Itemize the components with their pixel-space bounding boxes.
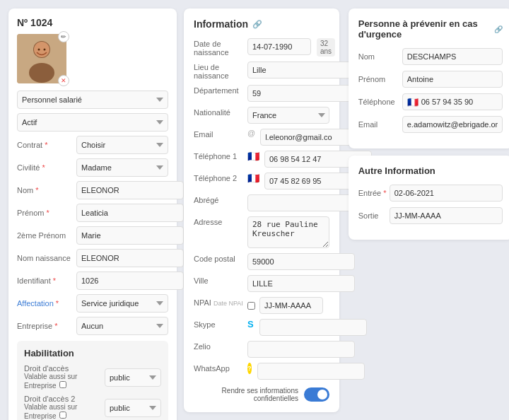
departement-label: Département	[194, 85, 245, 95]
identifiant-label: Identifiant	[17, 276, 74, 285]
affectation-row: Affectation Service juridique	[17, 294, 168, 313]
adresse-textarea[interactable]: 28 rue Pauline Kreuscher	[247, 216, 329, 248]
urgence-email-row: Email e.adamowitz@ebrigade.or	[358, 116, 503, 133]
skype-label: Skype	[194, 319, 245, 329]
entreprise-select[interactable]: Aucun	[76, 317, 168, 335]
urgence-phone-flag: 🇫🇷	[407, 97, 419, 107]
droit1-select[interactable]: public	[105, 368, 161, 387]
civilite-label: Civilité	[17, 163, 74, 172]
civilite-select[interactable]: Madame	[76, 158, 168, 177]
npai-checkbox[interactable]	[247, 302, 255, 310]
urgence-link-icon: 🔗	[494, 25, 503, 33]
npai-row: NPAI Date NPAI	[194, 297, 329, 314]
deuxieme-prenom-input[interactable]	[76, 226, 184, 245]
npai-label: NPAI Date NPAI	[194, 297, 245, 307]
civilite-row: Civilité Madame	[17, 158, 168, 177]
droit1-sub: Valable aussi sur Entreprise	[24, 373, 102, 390]
droit2-label: Droit d'accès 2	[24, 395, 102, 403]
age-badge: 32 ans	[317, 38, 335, 57]
confidential-label: Rendre ses informations confidentielles	[194, 387, 298, 402]
nationalite-row: Nationalité France	[194, 107, 329, 124]
urgence-email-value: e.adamowitz@ebrigade.or	[402, 116, 503, 133]
contrat-select[interactable]: Choisir	[76, 136, 168, 154]
droit1-checkbox[interactable]	[59, 381, 66, 388]
urgence-prenom-row: Prénom Antoine	[358, 71, 503, 88]
entree-row: Entrée	[358, 185, 503, 202]
departement-input[interactable]	[247, 85, 355, 102]
avatar-delete-button[interactable]: ✕	[58, 75, 69, 86]
skype-icon: S	[247, 319, 254, 329]
autre-info-title: Autre Information	[358, 165, 503, 176]
code-postal-row: Code postal	[194, 253, 329, 270]
prenom-label: Prénom	[17, 209, 74, 217]
habilitation-section: Habilitation Droit d'accès Valable aussi…	[17, 341, 168, 420]
date-naissance-label: Date de naissance	[194, 38, 245, 57]
urgence-telephone-label: Téléphone	[358, 98, 399, 106]
code-postal-label: Code postal	[194, 253, 245, 263]
actif-select[interactable]: Actif	[17, 113, 168, 132]
whatsapp-label: WhatsApp	[194, 363, 245, 373]
information-link-icon: 🔗	[252, 20, 262, 29]
deuxieme-prenom-label: 2ème Prénom	[17, 231, 74, 240]
zelio-input[interactable]	[247, 341, 355, 358]
urgence-prenom-label: Prénom	[358, 75, 399, 83]
droit2-row: Droit d'accès 2 Valable aussi sur Entrep…	[24, 395, 161, 420]
npai-date-input[interactable]	[259, 297, 323, 314]
entreprise-row: Entreprise Aucun	[17, 317, 168, 335]
telephone2-row: Téléphone 2 🇫🇷	[194, 173, 329, 189]
droit2-sub: Valable aussi sur Entreprise	[24, 403, 102, 420]
confidential-row: Rendre ses informations confidentielles	[194, 387, 329, 402]
skype-input[interactable]	[259, 319, 367, 336]
sortie-input[interactable]	[390, 207, 503, 224]
actif-row: Actif	[17, 113, 168, 132]
telephone1-flag: 🇫🇷	[247, 151, 259, 162]
ville-input[interactable]	[247, 275, 355, 292]
confidential-toggle[interactable]	[304, 387, 329, 402]
nom-naissance-label: Nom naissance	[17, 254, 74, 262]
nationalite-select[interactable]: France	[247, 107, 329, 124]
prenom-row: Prénom	[17, 204, 168, 222]
whatsapp-input[interactable]	[257, 363, 365, 380]
adresse-label: Adresse	[194, 216, 245, 226]
avatar-edit-button[interactable]: ✏	[58, 31, 69, 42]
droit2-checkbox[interactable]	[59, 412, 66, 419]
lieu-naissance-label: Lieu de naissance	[194, 62, 245, 80]
urgence-title: Personne à prévenir en cas d'urgence 🔗	[358, 18, 503, 40]
affectation-select[interactable]: Service juridique	[76, 294, 168, 313]
ville-label: Ville	[194, 275, 245, 285]
habilitation-title: Habilitation	[24, 348, 161, 358]
abrege-input[interactable]	[247, 194, 355, 211]
sortie-row: Sortie	[358, 207, 503, 224]
entree-label: Entrée	[358, 189, 387, 197]
telephone2-label: Téléphone 2	[194, 173, 245, 182]
departement-row: Département	[194, 85, 329, 102]
abrege-row: Abrégé	[194, 194, 329, 211]
statut-select[interactable]: Personnel salarié	[17, 91, 168, 109]
nationalite-label: Nationalité	[194, 107, 245, 117]
urgence-telephone-row: Téléphone 🇫🇷 06 57 94 35 90	[358, 93, 503, 110]
middle-column: Information 🔗 Date de naissance 32 ans L…	[184, 8, 341, 420]
urgence-email-label: Email	[358, 120, 399, 129]
urgence-nom-row: Nom DESCHAMPS	[358, 48, 503, 65]
urgence-card: Personne à prévenir en cas d'urgence 🔗 N…	[349, 8, 509, 148]
date-naissance-input[interactable]	[247, 38, 311, 55]
prenom-input[interactable]	[76, 204, 184, 222]
email-label: Email	[194, 129, 245, 139]
nom-naissance-input[interactable]	[76, 249, 184, 267]
droit2-select[interactable]: public	[105, 399, 161, 417]
entree-input[interactable]	[390, 185, 503, 202]
lieu-naissance-input[interactable]	[247, 62, 355, 78]
code-postal-input[interactable]	[247, 253, 355, 270]
zelio-row: Zelio	[194, 341, 329, 358]
nom-label: Nom	[17, 186, 74, 194]
information-panel: Information 🔗 Date de naissance 32 ans L…	[184, 8, 339, 412]
identifiant-input[interactable]	[76, 272, 184, 290]
contrat-label: Contrat	[17, 141, 74, 149]
contrat-row: Contrat Choisir	[17, 136, 168, 154]
affectation-label[interactable]: Affectation	[17, 299, 74, 308]
avatar-container: ✏ ✕	[17, 34, 66, 83]
nom-row: Nom	[17, 181, 168, 199]
nom-input[interactable]	[76, 181, 184, 199]
urgence-nom-label: Nom	[358, 52, 399, 61]
whatsapp-row: WhatsApp ?	[194, 363, 329, 380]
